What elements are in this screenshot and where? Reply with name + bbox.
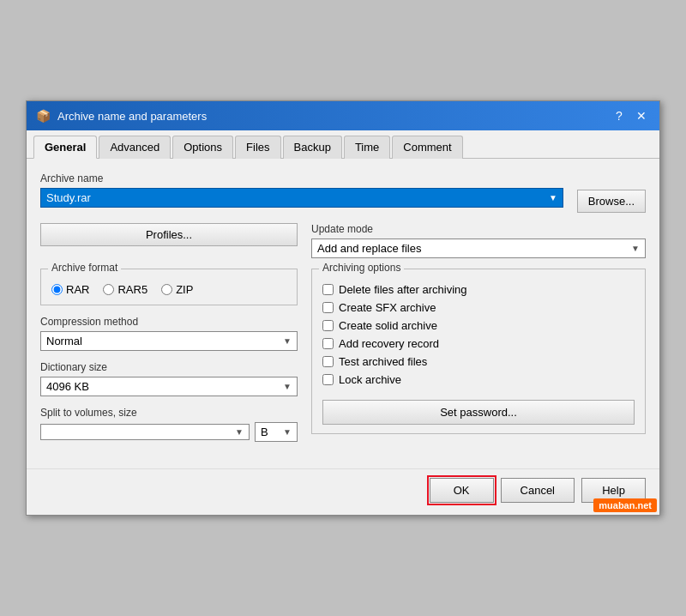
split-unit-value: B xyxy=(261,426,268,438)
checkbox-recovery-record-label: Add recovery record xyxy=(339,337,439,350)
archive-format-legend: Archive format xyxy=(48,262,121,274)
checkbox-lock-archive[interactable]: Lock archive xyxy=(322,373,635,386)
compression-value: Normal xyxy=(46,335,82,347)
compression-select[interactable]: Normal ▼ xyxy=(40,331,298,351)
set-password-button[interactable]: Set password... xyxy=(322,400,635,425)
tab-advanced[interactable]: Advanced xyxy=(99,136,171,159)
split-section: Split to volumes, size ▼ B ▼ xyxy=(40,407,298,442)
update-mode-value: Add and replace files xyxy=(317,242,421,255)
dictionary-select[interactable]: 4096 KB ▼ xyxy=(40,377,298,396)
split-unit-dropdown-arrow[interactable]: ▼ xyxy=(283,427,292,437)
checkbox-delete-files[interactable]: Delete files after archiving xyxy=(322,283,635,296)
archive-name-input[interactable]: Study.rar ▼ xyxy=(40,188,563,208)
update-mode-label: Update mode xyxy=(311,223,646,235)
archiving-options-group: Archiving options Delete files after arc… xyxy=(311,269,646,434)
compression-section: Compression method Normal ▼ xyxy=(40,316,298,351)
checkbox-delete-files-label: Delete files after archiving xyxy=(339,283,467,296)
checkbox-test-archived[interactable]: Test archived files xyxy=(322,355,635,368)
dictionary-section: Dictionary size 4096 KB ▼ xyxy=(40,361,298,396)
split-label: Split to volumes, size xyxy=(40,407,298,419)
archive-name-dropdown-arrow[interactable]: ▼ xyxy=(549,193,557,202)
archiving-options-legend: Archiving options xyxy=(319,262,404,274)
app-icon: 📦 xyxy=(35,108,51,124)
radio-rar5[interactable]: RAR5 xyxy=(103,283,147,296)
tab-options[interactable]: Options xyxy=(172,136,233,159)
tab-comment[interactable]: Comment xyxy=(392,136,462,159)
dialog-buttons: OK Cancel Help xyxy=(27,468,659,515)
update-mode-dropdown-arrow[interactable]: ▼ xyxy=(631,244,640,253)
split-input[interactable]: ▼ xyxy=(40,424,250,440)
browse-button[interactable]: Browse... xyxy=(577,190,646,213)
checkbox-test-archived-label: Test archived files xyxy=(339,355,427,368)
cancel-button[interactable]: Cancel xyxy=(501,478,575,503)
close-button[interactable]: ✕ xyxy=(632,106,651,125)
dictionary-dropdown-arrow[interactable]: ▼ xyxy=(283,382,292,391)
ok-button[interactable]: OK xyxy=(430,478,494,503)
title-bar: 📦 Archive name and parameters ? ✕ xyxy=(27,101,659,130)
update-mode-select[interactable]: Add and replace files ▼ xyxy=(311,239,646,258)
archive-name-value: Study.rar xyxy=(46,191,91,204)
watermark: muaban.net xyxy=(593,498,657,512)
archive-format-group: Archive format RAR RAR5 ZIP xyxy=(40,269,298,305)
tab-bar: General Advanced Options Files Backup Ti… xyxy=(27,130,659,159)
tab-time[interactable]: Time xyxy=(344,136,390,159)
split-dropdown-arrow[interactable]: ▼ xyxy=(235,427,244,437)
tab-backup[interactable]: Backup xyxy=(283,136,342,159)
checkbox-recovery-record[interactable]: Add recovery record xyxy=(322,337,635,350)
checkbox-create-sfx-label: Create SFX archive xyxy=(339,301,436,314)
split-unit-select[interactable]: B ▼ xyxy=(255,422,298,442)
compression-label: Compression method xyxy=(40,316,298,328)
checkbox-solid-archive[interactable]: Create solid archive xyxy=(322,319,635,332)
dictionary-value: 4096 KB xyxy=(46,380,89,393)
checkbox-lock-archive-label: Lock archive xyxy=(339,373,401,386)
tab-general[interactable]: General xyxy=(33,136,97,159)
radio-zip[interactable]: ZIP xyxy=(161,283,193,296)
dictionary-label: Dictionary size xyxy=(40,361,298,373)
radio-rar[interactable]: RAR xyxy=(51,283,89,296)
profiles-button[interactable]: Profiles... xyxy=(40,223,298,246)
tab-files[interactable]: Files xyxy=(235,136,280,159)
archive-name-label: Archive name xyxy=(40,172,563,184)
help-title-button[interactable]: ? xyxy=(610,106,629,125)
checkbox-solid-archive-label: Create solid archive xyxy=(339,319,437,332)
compression-dropdown-arrow[interactable]: ▼ xyxy=(283,336,292,346)
dialog-title: Archive name and parameters xyxy=(57,110,207,123)
checkbox-create-sfx[interactable]: Create SFX archive xyxy=(322,301,635,314)
